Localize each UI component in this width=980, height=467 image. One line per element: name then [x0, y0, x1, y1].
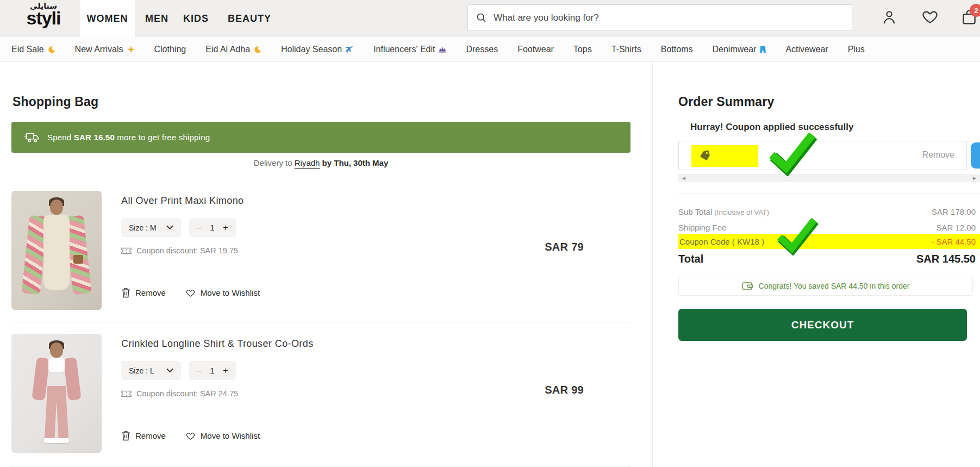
wallet-icon — [742, 281, 753, 291]
nav-item-dresses[interactable]: Dresses — [466, 45, 498, 54]
qty-value: 1 — [210, 223, 214, 232]
item-price: SAR 99 — [545, 384, 584, 396]
sparkle-icon — [127, 46, 135, 53]
chevron-down-icon — [166, 225, 173, 230]
nav-item-footwear[interactable]: Footwear — [517, 45, 554, 54]
brand-logo-text: styli — [14, 9, 73, 27]
tab-women[interactable]: WOMEN — [80, 0, 135, 37]
free-shipping-banner: Spend SAR 16.50 more to get free shippin… — [11, 122, 631, 153]
wishlist-icon[interactable] — [921, 8, 939, 28]
nav-item-new-arrivals[interactable]: New Arrivals — [75, 45, 135, 54]
subtotal-value: SAR 178.00 — [932, 207, 980, 216]
product-name[interactable]: All Over Print Maxi Kimono — [121, 195, 244, 207]
edge-widget-partial[interactable] — [971, 142, 980, 169]
delivery-city-link[interactable]: Riyadh — [295, 158, 320, 167]
category-nav: Eid Sale New Arrivals Clothing Eid Al Ad… — [0, 37, 980, 62]
nav-item-plus[interactable]: Plus — [848, 45, 865, 54]
scroll-left-arrow[interactable]: ◄ — [681, 175, 686, 181]
coupon-ticket-icon — [121, 390, 132, 398]
column-divider — [652, 61, 653, 467]
nav-item-holiday-season[interactable]: Holiday Season — [281, 45, 354, 54]
nav-item-influencers-edit[interactable]: Influencers' Edit — [373, 45, 446, 54]
checkout-button[interactable]: CHECKOUT — [678, 309, 967, 341]
cart-count-badge: 2 — [970, 4, 980, 17]
coupon-code-row: Coupon Code ( KW18 ) - SAR 44.50 — [678, 234, 980, 249]
top-header: ستايلي styli WOMEN MEN KIDS BEAUTY 2 — [0, 0, 980, 37]
nav-item-denimwear[interactable]: Denimwear — [712, 45, 766, 54]
remove-item-button[interactable]: Remove — [121, 431, 166, 441]
coupon-ticket-icon — [121, 247, 132, 255]
coupon-code-highlight — [691, 145, 758, 167]
qty-minus-button[interactable]: – — [197, 366, 202, 376]
search-icon — [476, 12, 487, 23]
shipping-fee-value: SAR 12.00 — [936, 223, 980, 232]
page: ستايلي styli WOMEN MEN KIDS BEAUTY 2 Eid… — [0, 0, 980, 467]
product-image[interactable] — [11, 191, 102, 310]
quantity-stepper: – 1 + — [189, 218, 236, 237]
coupon-success-message: Hurray! Coupon applied successfully — [690, 122, 853, 133]
cart-item-row: Crinkled Longline Shirt & Trouser Co-Ord… — [11, 334, 631, 453]
truck-icon — [24, 130, 41, 145]
remove-item-button[interactable]: Remove — [121, 288, 166, 298]
product-name[interactable]: Crinkled Longline Shirt & Trouser Co-Ord… — [121, 338, 314, 350]
size-selector[interactable]: Size : M — [121, 218, 181, 237]
qty-minus-button[interactable]: – — [197, 223, 202, 233]
quantity-stepper: – 1 + — [189, 361, 236, 380]
nav-item-clothing[interactable]: Clothing — [154, 45, 186, 54]
search-input[interactable] — [494, 13, 844, 23]
nav-item-tshirts[interactable]: T-Shirts — [611, 45, 641, 54]
trash-icon — [121, 288, 130, 298]
heart-icon — [185, 288, 196, 298]
heart-icon — [185, 431, 196, 441]
coupon-scrollbar[interactable]: ◄ ► — [678, 174, 980, 182]
tab-beauty[interactable]: BEAUTY — [228, 13, 271, 24]
item-coupon-discount: Coupon discount: SAR 24.75 — [121, 389, 238, 398]
item-price: SAR 79 — [545, 241, 584, 253]
crown-icon — [439, 46, 446, 53]
account-icon[interactable] — [881, 8, 898, 29]
item-divider — [11, 466, 631, 466]
move-to-wishlist-button[interactable]: Move to Wishlist — [185, 431, 260, 441]
cart-item-row: All Over Print Maxi Kimono Size : M – 1 … — [11, 191, 631, 310]
qty-plus-button[interactable]: + — [223, 365, 228, 376]
move-to-wishlist-button[interactable]: Move to Wishlist — [185, 288, 260, 298]
size-selector[interactable]: Size : L — [121, 361, 181, 380]
delivery-info: Delivery to Riyadh by Thu, 30th May — [11, 158, 631, 167]
applied-coupon-card: Remove — [678, 141, 967, 170]
tab-women-label: WOMEN — [87, 13, 128, 24]
plane-icon — [346, 45, 354, 53]
remove-coupon-button[interactable]: Remove — [922, 150, 954, 160]
shipping-fee-row: Shipping Fee SAR 12.00 — [678, 221, 980, 233]
chevron-down-icon — [166, 368, 173, 373]
nav-item-eid-al-adha[interactable]: Eid Al Adha — [205, 45, 261, 54]
qty-plus-button[interactable]: + — [223, 222, 228, 233]
search-bar[interactable] — [467, 4, 852, 31]
savings-banner: Congrats! You saved SAR 44.50 in this or… — [678, 276, 973, 296]
trash-icon — [121, 431, 130, 441]
order-summary-title: Order Summary — [678, 95, 774, 109]
cart-icon[interactable]: 2 — [960, 8, 978, 29]
summary-divider — [678, 194, 980, 194]
nav-item-eid-sale[interactable]: Eid Sale — [11, 45, 55, 54]
brand-logo[interactable]: ستايلي styli — [14, 2, 73, 27]
nav-item-tops[interactable]: Tops — [573, 45, 592, 54]
total-row: Total SAR 145.50 — [678, 253, 980, 265]
tab-kids[interactable]: KIDS — [183, 13, 209, 24]
crescent-icon — [254, 46, 261, 53]
nav-item-activewear[interactable]: Activewear — [785, 45, 828, 54]
jeans-icon — [760, 46, 766, 53]
crescent-icon — [48, 46, 55, 53]
product-image[interactable] — [11, 334, 102, 453]
tab-men[interactable]: MEN — [145, 13, 168, 24]
total-value: SAR 145.50 — [916, 253, 980, 265]
subtotal-row: Sub Total (Inclusive of VAT) SAR 178.00 — [678, 206, 980, 217]
free-shipping-text: Spend SAR 16.50 more to get free shippin… — [47, 133, 210, 142]
qty-value: 1 — [210, 366, 214, 375]
nav-item-bottoms[interactable]: Bottoms — [661, 45, 693, 54]
tag-icon — [698, 149, 713, 164]
coupon-discount-value: - SAR 44.50 — [931, 237, 980, 246]
scroll-right-arrow[interactable]: ► — [972, 175, 977, 181]
item-coupon-discount: Coupon discount: SAR 19.75 — [121, 246, 238, 255]
item-divider — [11, 322, 631, 322]
page-title: Shopping Bag — [13, 95, 98, 109]
